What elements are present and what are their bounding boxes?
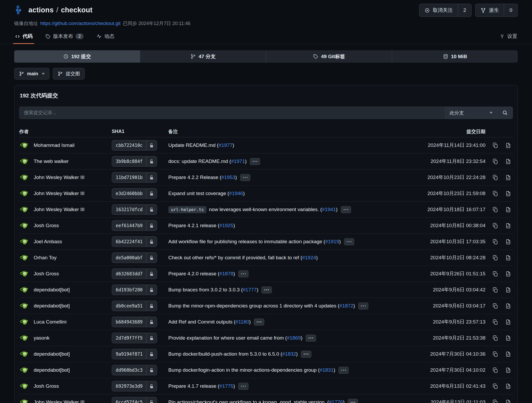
stat-tags[interactable]: 49 Git标签 [266, 50, 392, 63]
issue-link[interactable]: #1953 [221, 175, 235, 180]
commit-author[interactable]: John Wesley Walker III [34, 207, 84, 212]
copy-sha-icon[interactable] [492, 399, 498, 403]
commit-author[interactable]: Orhan Toy [34, 255, 57, 261]
browse-source-icon[interactable] [505, 255, 511, 261]
commit-sha-button[interactable]: dd960bd3c3 [112, 365, 157, 375]
commit-author[interactable]: John Wesley Walker III [34, 399, 84, 403]
commit-sha-button[interactable]: de5a000abf [112, 252, 157, 263]
expand-commit-message-button[interactable] [254, 319, 264, 326]
commit-author[interactable]: Josh Gross [34, 383, 59, 389]
copy-sha-icon[interactable] [492, 319, 498, 325]
issue-link[interactable]: #1919 [325, 239, 339, 244]
copy-sha-icon[interactable] [492, 335, 498, 341]
issue-link[interactable]: #1977 [219, 142, 232, 148]
browse-source-icon[interactable] [505, 271, 511, 277]
browse-source-icon[interactable] [505, 191, 511, 197]
issue-link[interactable]: #1925 [219, 223, 233, 228]
issue-link[interactable]: #1831 [320, 367, 334, 373]
commit-author[interactable]: Joel Ambass [34, 239, 62, 245]
commit-sha-button[interactable]: 2d7d9f7ff5 [112, 333, 157, 343]
commit-message-link[interactable]: Bump docker/build-push-action from 5.3.0… [168, 351, 282, 357]
tab-settings[interactable]: 设置 [499, 32, 518, 44]
commit-message-link[interactable]: Update README.md ( [168, 142, 219, 148]
copy-sha-icon[interactable] [492, 158, 498, 165]
commit-author[interactable]: Mohammad Ismail [34, 142, 74, 148]
browse-source-icon[interactable] [505, 287, 511, 293]
copy-sha-icon[interactable] [492, 303, 498, 309]
expand-commit-message-button[interactable] [306, 335, 316, 342]
copy-sha-icon[interactable] [492, 142, 498, 148]
issue-link[interactable]: #1776 [329, 399, 343, 403]
commit-author[interactable]: John Wesley Walker III [34, 175, 84, 180]
commit-sha-button[interactable]: d632683dd7 [112, 268, 157, 279]
browse-source-icon[interactable] [505, 367, 511, 373]
commit-message-link[interactable]: Expand unit test coverage ( [168, 191, 229, 196]
issue-link[interactable]: #1775 [219, 383, 233, 389]
search-button[interactable] [497, 107, 513, 119]
commit-sha-button[interactable]: eef61447b9 [112, 220, 157, 231]
copy-sha-icon[interactable] [492, 191, 498, 197]
tab-activity[interactable]: 动态 [96, 32, 115, 44]
commit-sha-button[interactable]: 692973e3d9 [112, 381, 157, 391]
browse-source-icon[interactable] [505, 319, 511, 325]
copy-sha-icon[interactable] [492, 383, 498, 389]
commit-sha-button[interactable]: 11bd71901b [112, 172, 157, 183]
fork-button[interactable]: 派生 [475, 4, 504, 17]
commit-author[interactable]: dependabot[bot] [34, 351, 70, 357]
browse-source-icon[interactable] [505, 158, 511, 165]
commit-sha-button[interactable]: 9a9194f871 [112, 349, 157, 359]
browse-source-icon[interactable] [505, 239, 511, 245]
expand-commit-message-button[interactable] [341, 206, 351, 213]
repo-name-link[interactable]: checkout [61, 6, 93, 14]
commit-message-link[interactable]: Add workflow file for publishing release… [168, 239, 325, 244]
browse-source-icon[interactable] [505, 383, 511, 389]
copy-sha-icon[interactable] [492, 351, 498, 357]
commit-author[interactable]: yasonk [34, 335, 49, 341]
commit-author[interactable]: Josh Gross [34, 271, 59, 277]
commit-message-link[interactable]: Pin actions/checkout's own workflows to … [168, 399, 329, 403]
issue-link[interactable]: #1941 [322, 207, 336, 212]
browse-source-icon[interactable] [505, 399, 511, 403]
issue-link[interactable]: #1869 [287, 335, 301, 341]
expand-commit-message-button[interactable] [358, 302, 369, 310]
browse-source-icon[interactable] [505, 335, 511, 341]
watchers-count-button[interactable]: 2 [458, 4, 472, 17]
commit-graph-button[interactable]: 提交图 [53, 68, 85, 79]
copy-sha-icon[interactable] [492, 239, 498, 245]
commit-sha-button[interactable]: 3b9b8c884f [112, 156, 157, 167]
commit-message-link[interactable]: Provide explanation for where user email… [168, 335, 287, 341]
copy-sha-icon[interactable] [492, 175, 498, 181]
browse-source-icon[interactable] [505, 303, 511, 309]
issue-link[interactable]: #1971 [231, 158, 245, 164]
commit-message-link[interactable]: Bump the minor-npm-dependencies group ac… [168, 303, 340, 309]
commit-message-link[interactable]: Bump docker/login-action in the minor-ac… [168, 367, 320, 373]
expand-commit-message-button[interactable] [238, 270, 249, 277]
branch-selector[interactable]: main [14, 68, 49, 79]
expand-commit-message-button[interactable] [338, 367, 349, 374]
expand-commit-message-button[interactable] [348, 399, 358, 403]
expand-commit-message-button[interactable] [240, 174, 251, 181]
forks-count-button[interactable]: 0 [504, 4, 518, 17]
commit-author[interactable]: Luca Comellini [34, 319, 67, 325]
commit-author[interactable]: dependabot[bot] [34, 287, 70, 293]
browse-source-icon[interactable] [505, 351, 511, 357]
expand-commit-message-button[interactable] [238, 383, 249, 390]
search-input[interactable] [19, 107, 445, 119]
tab-code[interactable]: 代码 [14, 32, 33, 44]
expand-commit-message-button[interactable] [301, 351, 311, 358]
commit-author[interactable]: dependabot[bot] [34, 367, 70, 373]
copy-sha-icon[interactable] [492, 271, 498, 277]
commit-message-link[interactable]: Prepare 4.1.7 release ( [168, 383, 219, 389]
expand-commit-message-button[interactable] [261, 286, 272, 293]
issue-link[interactable]: #1872 [340, 303, 353, 309]
tab-releases[interactable]: 版本发布 2 [45, 32, 84, 44]
copy-sha-icon[interactable] [492, 223, 498, 229]
stat-branches[interactable]: 47 分支 [140, 50, 266, 63]
repo-owner-link[interactable]: actions [28, 6, 54, 14]
commit-sha-button[interactable]: 6d193bf280 [112, 285, 157, 295]
commit-sha-button[interactable]: 6b42224f41 [112, 236, 157, 247]
issue-link[interactable]: #1180 [236, 319, 249, 325]
unwatch-button[interactable]: 取消关注 [419, 4, 458, 17]
issue-link[interactable]: #1946 [229, 191, 243, 196]
copy-sha-icon[interactable] [492, 367, 498, 373]
